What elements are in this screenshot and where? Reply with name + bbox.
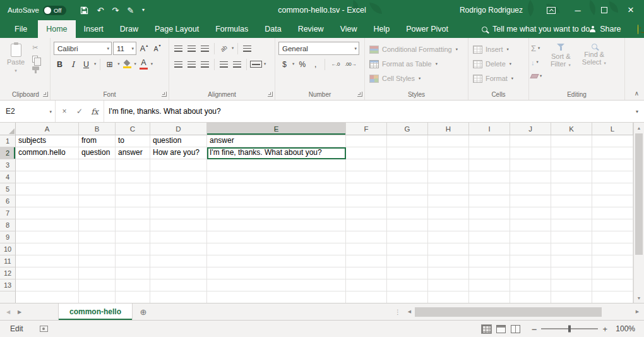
decrease-font-size-button[interactable]: A▾ bbox=[151, 42, 163, 55]
sheet-nav-left-button[interactable]: ◀ bbox=[3, 303, 14, 320]
number-format-dropdown-icon[interactable]: ▾ bbox=[354, 46, 357, 51]
find-select-button[interactable]: Find & Select ▾ bbox=[579, 42, 609, 82]
autosum-button[interactable]: Σ ▾ bbox=[531, 42, 542, 54]
borders-dropdown-icon[interactable]: ▾ bbox=[117, 62, 119, 66]
font-size-dropdown-icon[interactable]: ▾ bbox=[131, 46, 134, 51]
cell-F6[interactable] bbox=[346, 195, 387, 207]
cell-K6[interactable] bbox=[551, 195, 592, 207]
cell-A12[interactable] bbox=[16, 267, 79, 279]
cell-D11[interactable] bbox=[150, 255, 207, 267]
save-button[interactable] bbox=[80, 6, 88, 15]
cell-B1[interactable]: from bbox=[79, 135, 116, 147]
column-header-L[interactable]: L bbox=[592, 123, 633, 135]
cell-E7[interactable] bbox=[207, 207, 346, 219]
comma-style-icon[interactable]: , bbox=[309, 58, 321, 71]
merge-center-icon[interactable] bbox=[250, 61, 262, 68]
center-button[interactable] bbox=[186, 58, 198, 71]
percent-style-icon[interactable]: % bbox=[296, 58, 308, 71]
touch-mode-button[interactable]: ✎ bbox=[127, 6, 134, 15]
cell-E2[interactable]: I'm fine, thanks. What about you? bbox=[207, 147, 346, 159]
cell-B6[interactable] bbox=[79, 195, 116, 207]
ribbon-tab-view[interactable]: View bbox=[332, 20, 366, 38]
orientation-dropdown-icon[interactable]: ▾ bbox=[232, 46, 234, 51]
cell-I3[interactable] bbox=[469, 159, 510, 171]
cell-G4[interactable] bbox=[387, 171, 428, 183]
cell-H11[interactable] bbox=[428, 255, 469, 267]
number-format-combobox[interactable]: General ▾ bbox=[278, 42, 359, 55]
formula-input[interactable]: I'm fine, thanks. What about you? bbox=[104, 101, 630, 122]
cell-styles-dropdown-icon[interactable]: ▾ bbox=[419, 77, 420, 81]
cell-E14[interactable] bbox=[207, 291, 346, 303]
cell-J6[interactable] bbox=[510, 195, 551, 207]
cell-H1[interactable] bbox=[428, 135, 469, 147]
font-color-dropdown-icon[interactable]: ▾ bbox=[151, 62, 153, 66]
cell-A11[interactable] bbox=[16, 255, 79, 267]
cells-delete-button[interactable]: Delete▾ bbox=[470, 57, 527, 71]
decrease-indent-button[interactable] bbox=[218, 58, 230, 71]
cell-C4[interactable] bbox=[116, 171, 150, 183]
cell-A6[interactable] bbox=[16, 195, 79, 207]
name-box-dropdown-icon[interactable]: ▾ bbox=[49, 109, 52, 114]
zoom-slider[interactable] bbox=[541, 328, 598, 329]
cell-C10[interactable] bbox=[116, 243, 150, 255]
cell-L9[interactable] bbox=[592, 231, 633, 243]
cell-K7[interactable] bbox=[551, 207, 592, 219]
format-dropdown-icon[interactable]: ▾ bbox=[511, 77, 513, 81]
ribbon-tab-review[interactable]: Review bbox=[290, 20, 332, 38]
cell-K14[interactable] bbox=[551, 291, 592, 303]
row-header-9[interactable]: 9 bbox=[0, 231, 16, 243]
fill-color-dropdown-icon[interactable]: ▾ bbox=[134, 62, 136, 66]
cell-L5[interactable] bbox=[592, 183, 633, 195]
cell-A4[interactable] bbox=[16, 171, 79, 183]
font-name-dropdown-icon[interactable]: ▾ bbox=[107, 46, 109, 51]
cell-C13[interactable] bbox=[116, 279, 150, 291]
delete-dropdown-icon[interactable]: ▾ bbox=[510, 62, 511, 66]
accounting-dropdown-icon[interactable]: ▾ bbox=[292, 62, 294, 66]
cell-E6[interactable] bbox=[207, 195, 346, 207]
row-header-1[interactable]: 1 bbox=[0, 135, 16, 147]
close-button[interactable]: × bbox=[617, 0, 644, 20]
tab-splitter-icon[interactable]: ⋮ bbox=[391, 303, 404, 320]
cell-C3[interactable] bbox=[116, 159, 150, 171]
cell-H6[interactable] bbox=[428, 195, 469, 207]
font-name-combobox[interactable]: Calibri ▾ bbox=[54, 42, 112, 55]
cell-L6[interactable] bbox=[592, 195, 633, 207]
cell-K9[interactable] bbox=[551, 231, 592, 243]
cell-I9[interactable] bbox=[469, 231, 510, 243]
cell-I2[interactable] bbox=[469, 147, 510, 159]
alignment-dialog-launcher-icon[interactable] bbox=[268, 92, 273, 97]
cell-J8[interactable] bbox=[510, 219, 551, 231]
cell-F10[interactable] bbox=[346, 243, 387, 255]
cell-K11[interactable] bbox=[551, 255, 592, 267]
column-header-K[interactable]: K bbox=[551, 123, 592, 135]
ribbon-tab-power-pivot[interactable]: Power Pivot bbox=[398, 20, 456, 38]
cell-F5[interactable] bbox=[346, 183, 387, 195]
scroll-right-icon[interactable]: ▶ bbox=[632, 309, 643, 314]
row-header-10[interactable]: 10 bbox=[0, 243, 16, 255]
cell-K1[interactable] bbox=[551, 135, 592, 147]
row-header-6[interactable]: 6 bbox=[0, 195, 16, 207]
fill-color-icon[interactable] bbox=[123, 61, 131, 68]
cell-L4[interactable] bbox=[592, 171, 633, 183]
ribbon-tab-file[interactable]: File bbox=[4, 20, 38, 38]
cell-G9[interactable] bbox=[387, 231, 428, 243]
clear-button[interactable]: ▾ bbox=[531, 70, 542, 82]
cell-G2[interactable] bbox=[387, 147, 428, 159]
row-header-13[interactable]: 13 bbox=[0, 279, 16, 291]
cell-J9[interactable] bbox=[510, 231, 551, 243]
cell-F4[interactable] bbox=[346, 171, 387, 183]
column-header-D[interactable]: D bbox=[150, 123, 207, 135]
cell-I7[interactable] bbox=[469, 207, 510, 219]
fill-dropdown-icon[interactable]: ▾ bbox=[537, 60, 539, 64]
cell-B11[interactable] bbox=[79, 255, 116, 267]
ribbon-display-options-button[interactable] bbox=[538, 0, 564, 20]
column-header-I[interactable]: I bbox=[469, 123, 510, 135]
styles-cell-styles-button[interactable]: Cell Styles▾ bbox=[367, 71, 466, 85]
cell-A3[interactable] bbox=[16, 159, 79, 171]
tell-me-box[interactable]: Tell me what you want to do bbox=[482, 20, 590, 38]
orientation-icon[interactable] bbox=[218, 42, 230, 55]
cell-H4[interactable] bbox=[428, 171, 469, 183]
cell-G3[interactable] bbox=[387, 159, 428, 171]
cell-B7[interactable] bbox=[79, 207, 116, 219]
cell-J3[interactable] bbox=[510, 159, 551, 171]
